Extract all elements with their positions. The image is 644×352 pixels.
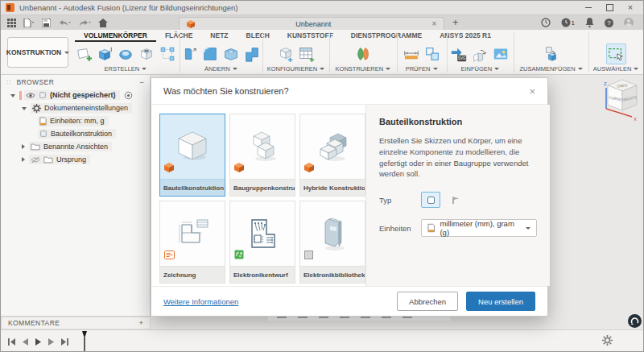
learn-more-link[interactable]: Weitere Informationen: [163, 297, 238, 306]
avatar[interactable]: [624, 18, 634, 27]
press-pull-icon[interactable]: [180, 43, 200, 64]
tab-volumenkoerper[interactable]: VOLUMENKÖRPER: [75, 30, 156, 42]
tile-zeichnung[interactable]: Zeichnung: [159, 201, 225, 284]
fillet-icon[interactable]: [200, 43, 221, 64]
tile-baugruppenkonstruktion[interactable]: Baugruppenkonstruktion: [229, 114, 295, 197]
close-window-button[interactable]: ×: [625, 3, 635, 13]
collapse-panel-icon[interactable]: –: [140, 78, 144, 86]
panel-label-konstruieren[interactable]: KONSTRUIEREN: [336, 65, 391, 72]
job-status-icon[interactable]: [541, 18, 551, 27]
undo-icon[interactable]: [58, 19, 71, 27]
maximize-button[interactable]: [605, 3, 614, 13]
dialog-title: Was möchten Sie konstruieren?: [163, 86, 289, 96]
caret-right-icon[interactable]: [22, 144, 25, 149]
workspace-selector-button[interactable]: KONSTRUKTION: [7, 37, 68, 68]
hole-icon[interactable]: [136, 43, 156, 64]
select-tool-icon[interactable]: [606, 43, 626, 64]
info-title: Bauteilkonstruktion: [379, 117, 537, 126]
tab-netz[interactable]: NETZ: [201, 30, 237, 42]
insert-canvas-icon[interactable]: [491, 43, 511, 64]
type-solid-button[interactable]: [421, 192, 440, 208]
new-tab-button[interactable]: +: [444, 15, 466, 30]
timeline-next-icon[interactable]: [47, 338, 55, 346]
tile-elektronikbibliothek[interactable]: Elektronikbibliothek: [299, 201, 365, 284]
document-tab-label: Unbenannt: [199, 20, 427, 28]
panel-label-konfigurieren[interactable]: KONFIGURIEREN: [267, 65, 325, 72]
panel-grip-icon[interactable]: ::: [6, 78, 11, 85]
timeline-start-icon[interactable]: [7, 338, 16, 346]
shell-icon[interactable]: [221, 43, 242, 64]
file-menu-icon[interactable]: [23, 19, 35, 27]
timeline-end-icon[interactable]: [60, 338, 69, 346]
preferences-gear-icon[interactable]: [602, 334, 613, 349]
caret-down-icon[interactable]: [22, 107, 27, 110]
measure-icon[interactable]: [401, 43, 421, 64]
assistant-icon[interactable]: [628, 314, 642, 328]
folder-icon: [43, 155, 53, 164]
save-icon[interactable]: [42, 19, 51, 27]
configuration-table-icon[interactable]: [296, 43, 316, 64]
help-icon[interactable]: ?: [605, 19, 613, 27]
document-cube-icon: [187, 20, 195, 28]
panel-label-zusammenfuegen[interactable]: ZUSAMMENFÜGEN: [520, 65, 583, 72]
interference-icon[interactable]: [422, 43, 442, 64]
tree-row-design-type[interactable]: Bauteilkonstruktion: [1, 127, 150, 140]
timeline-marker[interactable]: [80, 331, 89, 352]
panel-label-auswaehlen[interactable]: AUSWÄHLEN: [593, 65, 639, 72]
folder-icon: [31, 143, 40, 151]
tile-label: Zeichnung: [160, 266, 225, 283]
cancel-button[interactable]: Abbrechen: [397, 292, 458, 311]
eye-hidden-icon[interactable]: [31, 156, 40, 164]
redo-icon[interactable]: [78, 19, 91, 27]
caret-right-icon[interactable]: [22, 157, 25, 162]
viewcube[interactable]: OBEN VORNE RECHTS Z X: [600, 77, 644, 128]
insert-svg-icon[interactable]: SVG: [449, 43, 469, 64]
type-flag-button[interactable]: [446, 192, 465, 208]
panel-label-aendern[interactable]: ÄNDERN: [204, 65, 237, 72]
chevron-down-icon: [634, 68, 638, 70]
tile-bauteilkonstruktion[interactable]: Bauteilkonstruktion: [159, 114, 225, 197]
configure-icon[interactable]: [275, 43, 295, 64]
panel-label-einfuegen[interactable]: EINFÜGEN: [460, 65, 499, 72]
eye-icon[interactable]: [26, 92, 35, 99]
tile-elektronikentwurf[interactable]: Elektronikentwurf: [229, 201, 295, 284]
tile-hybride-konstruktion[interactable]: Hybride Konstruktion: [299, 114, 365, 197]
minimize-button[interactable]: [584, 3, 593, 13]
caret-down-icon[interactable]: [10, 94, 15, 97]
units-dropdown[interactable]: millimeter (mm), gram (g): [421, 219, 537, 237]
construct-plane-icon[interactable]: [353, 43, 373, 64]
tree-row-named-views[interactable]: Benannte Ansichten: [1, 140, 150, 153]
document-tab[interactable]: Unbenannt ×: [179, 17, 444, 30]
insert-derive-icon[interactable]: [470, 43, 490, 64]
add-comment-button[interactable]: +: [139, 319, 143, 327]
tab-blech[interactable]: BLECH: [237, 30, 279, 42]
new-component-icon[interactable]: [541, 43, 561, 64]
tree-row-root[interactable]: (Nicht gespeichert): [1, 89, 150, 101]
tab-ansys[interactable]: ANSYS 2025 R1: [431, 30, 500, 42]
timeline-play-icon[interactable]: [35, 338, 42, 346]
app-grid-icon[interactable]: [7, 19, 16, 27]
panel-label-erstellen[interactable]: ERSTELLEN: [105, 65, 147, 72]
tab-dienstprogramme[interactable]: DIENSTPROGRAMME: [342, 30, 431, 42]
create-button[interactable]: Neu erstellen: [466, 292, 535, 311]
tree-row-origin[interactable]: Ursprung: [1, 153, 150, 166]
home-icon[interactable]: [98, 19, 108, 27]
revolve-icon[interactable]: [115, 43, 135, 64]
tile-label: Elektronikbibliothek: [300, 266, 365, 283]
tree-row-units[interactable]: Einheiten: mm, g: [1, 114, 150, 127]
extrude-icon[interactable]: [94, 43, 114, 64]
tab-kunststoff[interactable]: KUNSTSTOFF: [279, 30, 342, 42]
close-tab-icon[interactable]: ×: [431, 19, 436, 28]
activate-radio-icon[interactable]: [124, 91, 133, 100]
create-sketch-icon[interactable]: [73, 43, 93, 64]
units-label: Einheiten: [379, 224, 421, 233]
bell-icon[interactable]: [585, 18, 594, 27]
units-document-icon: [427, 223, 435, 233]
timeline-prev-icon[interactable]: [22, 338, 29, 346]
tree-row-settings[interactable]: Dokumenteneinstellungen: [1, 101, 150, 114]
combine-icon[interactable]: [242, 43, 262, 64]
sketch-dimension-icon[interactable]: [157, 43, 177, 64]
dialog-close-icon[interactable]: ×: [529, 85, 535, 97]
notifications-icon[interactable]: 1: [561, 18, 575, 27]
panel-label-pruefen[interactable]: PRÜFEN: [406, 65, 438, 72]
